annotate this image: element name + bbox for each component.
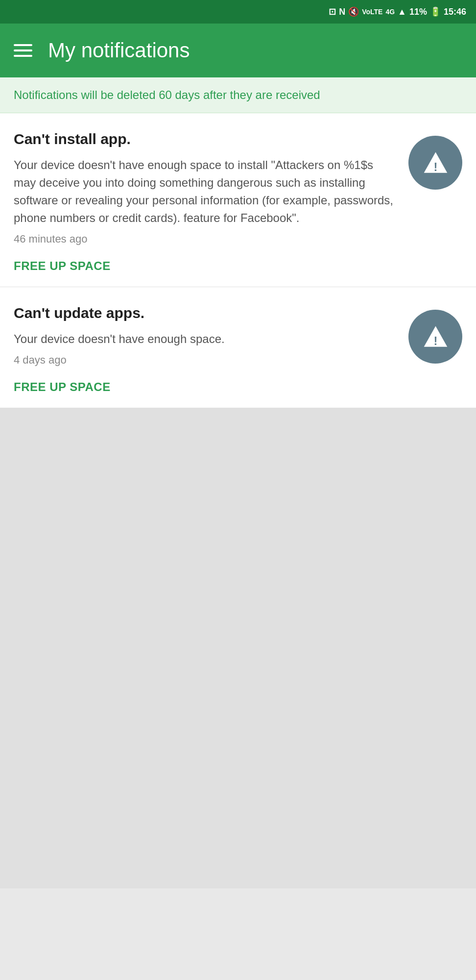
sim-icon: ⊡ — [329, 6, 336, 17]
app-bar: My notifications — [0, 24, 476, 77]
warning-circle-icon-2: ! — [408, 310, 462, 364]
hamburger-menu-button[interactable] — [14, 44, 32, 57]
svg-text:!: ! — [433, 334, 437, 347]
free-up-space-link-1[interactable]: FREE UP SPACE — [14, 259, 462, 273]
notification-item-2: Can't update apps. Your device doesn't h… — [0, 287, 476, 408]
battery-icon: 🔋 — [430, 6, 441, 17]
hamburger-line-2 — [14, 49, 32, 51]
mute-icon: 🔇 — [348, 6, 359, 17]
notification-content-2: Can't update apps. Your device doesn't h… — [14, 305, 462, 380]
4g-icon: 4G — [385, 8, 395, 16]
notification-time-1: 46 minutes ago — [14, 233, 399, 245]
signal-icon: ▲ — [398, 7, 406, 17]
warning-triangle-svg-1: ! — [422, 149, 449, 176]
nfc-icon: N — [339, 7, 345, 17]
hamburger-line-1 — [14, 44, 32, 46]
notification-text-area-1: Can't install app. Your device doesn't h… — [14, 131, 399, 259]
warning-circle-icon-1: ! — [408, 136, 462, 190]
notification-title-1: Can't install app. — [14, 131, 399, 147]
info-banner-text: Notifications will be deleted 60 days af… — [14, 88, 462, 102]
notification-content-1: Can't install app. Your device doesn't h… — [14, 131, 462, 259]
warning-triangle-svg-2: ! — [422, 323, 449, 350]
notification-item-1: Can't install app. Your device doesn't h… — [0, 113, 476, 287]
empty-content-area — [0, 408, 476, 888]
free-up-space-link-2[interactable]: FREE UP SPACE — [14, 380, 462, 394]
status-icons: ⊡ N 🔇 VoLTE 4G ▲ 11% 🔋 15:46 — [329, 6, 466, 17]
page-title: My notifications — [48, 39, 190, 62]
notification-title-2: Can't update apps. — [14, 305, 399, 321]
volte-icon: VoLTE — [362, 8, 382, 16]
battery-level: 11% — [409, 7, 427, 17]
notification-time-2: 4 days ago — [14, 354, 399, 367]
notification-icon-area-1: ! — [408, 131, 462, 190]
notification-icon-area-2: ! — [408, 305, 462, 364]
info-banner: Notifications will be deleted 60 days af… — [0, 77, 476, 113]
notifications-list: Can't install app. Your device doesn't h… — [0, 113, 476, 408]
hamburger-line-3 — [14, 55, 32, 57]
status-bar: ⊡ N 🔇 VoLTE 4G ▲ 11% 🔋 15:46 — [0, 0, 476, 24]
notification-text-area-2: Can't update apps. Your device doesn't h… — [14, 305, 399, 380]
svg-text:!: ! — [433, 160, 437, 173]
clock: 15:46 — [444, 7, 466, 17]
notification-body-1: Your device doesn't have enough space to… — [14, 156, 399, 227]
notification-body-2: Your device doesn't have enough space. — [14, 330, 399, 348]
